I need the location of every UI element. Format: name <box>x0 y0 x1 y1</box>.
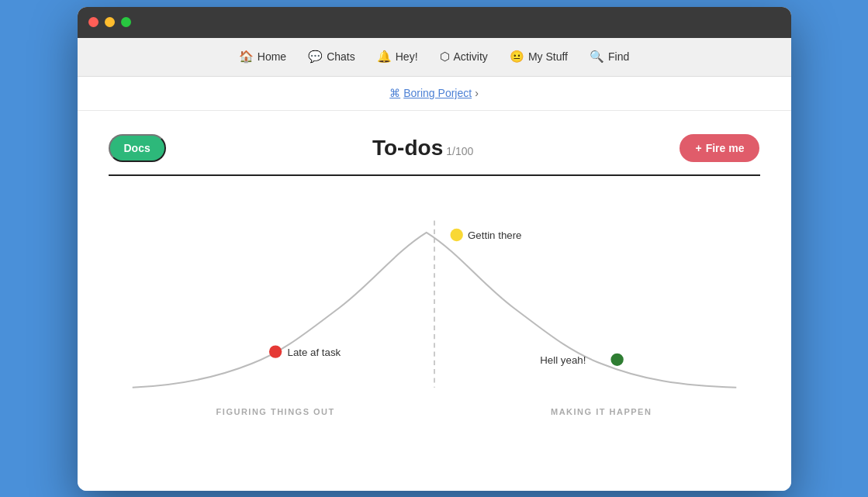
breadcrumb-bar: ⌘ Boring Porject › <box>78 77 791 111</box>
nav-item-hey[interactable]: 🔔 Hey! <box>377 50 418 64</box>
page-title: To-dos 1/100 <box>372 136 473 160</box>
mystuff-icon: 😐 <box>510 50 524 64</box>
nav-item-mystuff[interactable]: 😐 My Stuff <box>510 50 568 64</box>
nav-item-activity[interactable]: ⬡ Activity <box>440 50 488 64</box>
home-icon: 🏠 <box>239 50 254 64</box>
chats-icon: 💬 <box>308 50 323 64</box>
find-icon: 🔍 <box>590 50 604 64</box>
nav-label-activity: Activity <box>454 50 488 63</box>
section-divider <box>109 174 760 176</box>
docs-badge[interactable]: Docs <box>109 134 166 162</box>
breadcrumb-project-name: Boring Porject <box>403 87 472 99</box>
label-hell-yeah: Hell yeah! <box>540 354 586 365</box>
cmd-icon: ⌘ <box>389 87 400 99</box>
nav-label-find: Find <box>608 50 629 63</box>
nav-label-hey: Hey! <box>396 50 418 63</box>
app-window: 🏠 Home 💬 Chats 🔔 Hey! ⬡ Activity 😐 My St… <box>78 7 791 491</box>
chart-area: Late af task Gettin there Hell yeah! FIG… <box>109 199 760 416</box>
fire-btn-label: Fire me <box>706 142 745 154</box>
maximize-button[interactable] <box>121 17 131 27</box>
data-point-late-af[interactable] <box>268 345 281 357</box>
label-gettin-there: Gettin there <box>468 230 521 241</box>
page-title-text: To-dos <box>372 136 443 160</box>
breadcrumb[interactable]: ⌘ Boring Porject <box>389 87 472 99</box>
bell-curve-chart: Late af task Gettin there Hell yeah! <box>109 199 760 401</box>
page-header: Docs To-dos 1/100 + Fire me <box>109 134 760 162</box>
nav-bar: 🏠 Home 💬 Chats 🔔 Hey! ⬡ Activity 😐 My St… <box>78 38 791 77</box>
chart-label-left: FIGURING THINGS OUT <box>216 407 335 416</box>
minimize-button[interactable] <box>105 17 115 27</box>
nav-item-chats[interactable]: 💬 Chats <box>308 50 355 64</box>
breadcrumb-chevron: › <box>475 87 479 99</box>
main-content: Docs To-dos 1/100 + Fire me Late af task <box>78 111 791 491</box>
hey-icon: 🔔 <box>377 50 392 64</box>
nav-item-home[interactable]: 🏠 Home <box>239 50 286 64</box>
nav-item-find[interactable]: 🔍 Find <box>590 50 629 64</box>
activity-icon: ⬡ <box>440 50 450 64</box>
title-bar <box>78 7 791 38</box>
nav-label-home: Home <box>258 50 286 63</box>
label-late-af: Late af task <box>287 346 341 357</box>
fire-btn-icon: + <box>695 142 701 154</box>
nav-label-chats: Chats <box>327 50 355 63</box>
nav-label-mystuff: My Stuff <box>528 50 568 63</box>
chart-label-right: MAKING IT HAPPEN <box>551 407 652 416</box>
fire-me-button[interactable]: + Fire me <box>680 134 759 162</box>
close-button[interactable] <box>88 17 99 27</box>
chart-axis-labels: FIGURING THINGS OUT MAKING IT HAPPEN <box>109 407 760 416</box>
data-point-hell-yeah[interactable] <box>610 353 623 365</box>
page-title-count: 1/100 <box>446 145 473 157</box>
data-point-gettin-there[interactable] <box>450 228 462 240</box>
